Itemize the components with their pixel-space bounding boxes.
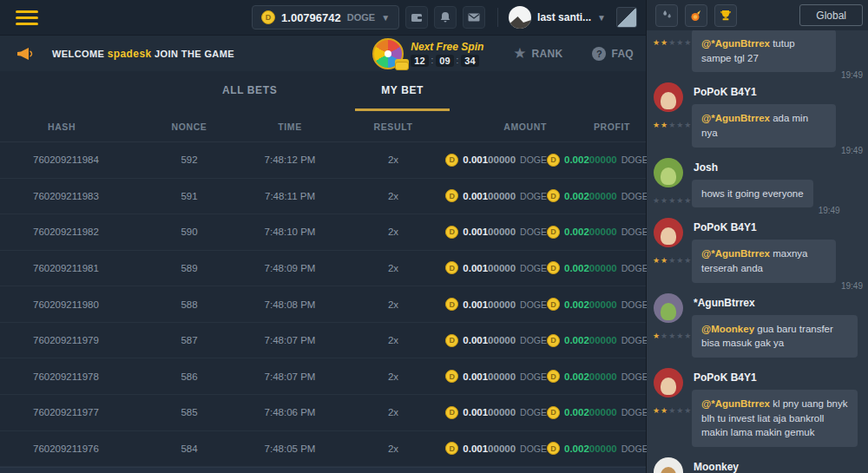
rank-button[interactable]: ★ RANK xyxy=(513,46,562,61)
chat-username[interactable]: PoPoK B4Y1 xyxy=(694,86,863,98)
table-row[interactable]: 760209211978 586 7:48:07 PM 2x 0.0010000… xyxy=(0,358,646,395)
user-rating: ★★★★★ xyxy=(653,406,692,415)
user-rating: ★★★★★ xyxy=(653,256,692,265)
bet-result: 2x xyxy=(347,335,439,345)
user-menu[interactable]: last santi... ▼ xyxy=(509,6,606,29)
mention[interactable]: @*AgunBtrrex xyxy=(701,38,770,49)
bet-time: 7:48:12 PM xyxy=(233,154,347,165)
bet-result: 2x xyxy=(347,371,439,382)
col-hash: HASH xyxy=(0,122,146,132)
bet-time: 7:48:07 PM xyxy=(233,335,347,345)
announcement-bar: WELCOME spadesk JOIN THE GAME Next Free … xyxy=(0,35,646,71)
bet-amount: 0.00100000DOGE xyxy=(439,334,547,347)
bet-result: 2x xyxy=(347,227,439,237)
hamburger-menu-icon[interactable] xyxy=(16,10,38,25)
bet-result: 2x xyxy=(347,154,439,165)
balance-currency: DOGE xyxy=(347,12,375,23)
bet-hash: 760209211979 xyxy=(0,335,146,345)
mention[interactable]: @*AgunBtrrex xyxy=(701,113,770,123)
doge-coin-icon xyxy=(445,189,458,202)
balance-value: 1.00796742 xyxy=(281,11,341,24)
doge-coin-icon xyxy=(547,370,560,383)
bet-hash: 760209211980 xyxy=(0,299,146,310)
mail-icon xyxy=(467,10,481,24)
table-row[interactable]: 760209211981 589 7:48:09 PM 2x 0.0010000… xyxy=(0,251,646,287)
bet-time: 7:48:09 PM xyxy=(233,263,347,273)
chat-username[interactable]: Moonkey xyxy=(694,461,863,473)
table-row[interactable]: 760209211976 584 7:48:05 PM 2x 0.0010000… xyxy=(0,431,646,468)
col-profit: PROFIT xyxy=(547,122,630,132)
bet-nonce: 592 xyxy=(146,154,233,165)
bet-result: 2x xyxy=(347,263,439,273)
chat-bubble: @*AgunBtrrex tutup sampe tgl 27 xyxy=(692,30,836,72)
faq-button[interactable]: ? FAQ xyxy=(592,47,634,61)
bell-icon xyxy=(438,10,452,24)
avatar[interactable] xyxy=(654,218,683,247)
chat-username[interactable]: PoPoK B4Y1 xyxy=(694,221,863,233)
rain-icon xyxy=(661,9,674,22)
chat-toggle-icon[interactable] xyxy=(616,7,637,28)
avatar[interactable] xyxy=(654,82,683,112)
rain-button[interactable] xyxy=(655,4,678,27)
wallet-icon xyxy=(410,10,424,24)
megaphone-icon xyxy=(16,46,35,62)
tab-my-bet[interactable]: MY BET xyxy=(355,71,450,111)
mention[interactable]: @*AgunBtrrex xyxy=(701,248,770,259)
fireball-button[interactable] xyxy=(685,4,707,27)
timestamp: 19:49 xyxy=(819,206,840,215)
timestamp: 19:49 xyxy=(841,70,863,80)
horizontal-scrollbar[interactable] xyxy=(0,467,646,473)
bet-amount: 0.00100000DOGE xyxy=(439,261,547,274)
bet-hash: 760209211983 xyxy=(0,191,146,201)
bet-profit: 0.00200000DOGE xyxy=(547,334,648,347)
doge-coin-icon xyxy=(445,442,458,455)
bet-nonce: 584 xyxy=(146,443,233,454)
user-avatar xyxy=(509,6,531,29)
chat-room-selector[interactable]: Global xyxy=(799,4,863,26)
bet-hash: 760209211981 xyxy=(0,263,146,273)
tab-all-bets[interactable]: ALL BETS xyxy=(196,71,303,111)
doge-coin-icon xyxy=(547,406,560,419)
table-row[interactable]: 760209211984 592 7:48:12 PM 2x 0.0010000… xyxy=(0,142,646,179)
bet-hash: 760209211982 xyxy=(0,227,146,237)
free-spin-widget[interactable]: Next Free Spin 12 : 09 : 34 xyxy=(372,38,483,69)
table-row[interactable]: 760209211979 587 7:48:07 PM 2x 0.0010000… xyxy=(0,323,646,359)
table-row[interactable]: 760209211982 590 7:48:10 PM 2x 0.0010000… xyxy=(0,214,646,251)
table-row[interactable]: 760209211980 588 7:48:08 PM 2x 0.0010000… xyxy=(0,286,646,323)
timestamp: 19:49 xyxy=(841,146,863,155)
wallet-button[interactable] xyxy=(405,6,428,29)
mention[interactable]: @Moonkey xyxy=(701,324,754,334)
bet-time: 7:48:08 PM xyxy=(233,299,347,310)
chat-message: ★★★★★ @*AgunBtrrex tutup sampe tgl 27 19… xyxy=(652,30,863,72)
bet-amount: 0.00100000DOGE xyxy=(439,298,547,311)
chat-username[interactable]: *AgunBtrrex xyxy=(694,297,863,309)
bet-profit: 0.00200000DOGE xyxy=(547,226,648,239)
notifications-button[interactable] xyxy=(434,6,457,29)
chat-username[interactable]: PoPoK B4Y1 xyxy=(694,371,863,384)
avatar[interactable] xyxy=(654,368,683,397)
bet-profit: 0.00200000DOGE xyxy=(547,406,648,419)
bet-time: 7:48:11 PM xyxy=(233,191,347,201)
chat-bubble: @*AgunBtrrex maxnya terserah anda xyxy=(692,240,836,282)
avatar[interactable] xyxy=(654,293,683,323)
messages-button[interactable] xyxy=(463,6,485,29)
col-amount: AMOUNT xyxy=(439,122,547,132)
trophy-button[interactable] xyxy=(714,4,737,27)
avatar[interactable] xyxy=(654,158,683,187)
doge-coin-icon xyxy=(547,226,560,239)
chat-bubble: @*AgunBtrrex kl pny uang bnyk blh tu inv… xyxy=(692,390,858,447)
bets-section: ALL BETS MY BET HASH NONCE TIME RESULT A… xyxy=(0,71,646,473)
doge-coin-icon xyxy=(547,298,560,311)
welcome-username[interactable]: spadesk xyxy=(108,48,152,60)
table-row[interactable]: 760209211977 585 7:48:06 PM 2x 0.0010000… xyxy=(0,395,646,431)
bet-nonce: 590 xyxy=(146,227,233,237)
bet-nonce: 589 xyxy=(146,263,233,273)
chat-username[interactable]: Josh xyxy=(694,161,863,174)
chat-message: ★★★★★ Moonkey @*AgunBtrrex nunggu tgl 26… xyxy=(652,456,863,473)
app-window: 1.00796742 DOGE ▼ xyxy=(0,0,868,473)
avatar[interactable] xyxy=(654,457,683,473)
mention[interactable]: @*AgunBtrrex xyxy=(701,398,770,409)
chat-messages[interactable]: ★★★★★ @*AgunBtrrex tutup sampe tgl 27 19… xyxy=(647,30,868,473)
balance-selector[interactable]: 1.00796742 DOGE ▼ xyxy=(252,5,399,30)
table-row[interactable]: 760209211983 591 7:48:11 PM 2x 0.0010000… xyxy=(0,179,646,215)
